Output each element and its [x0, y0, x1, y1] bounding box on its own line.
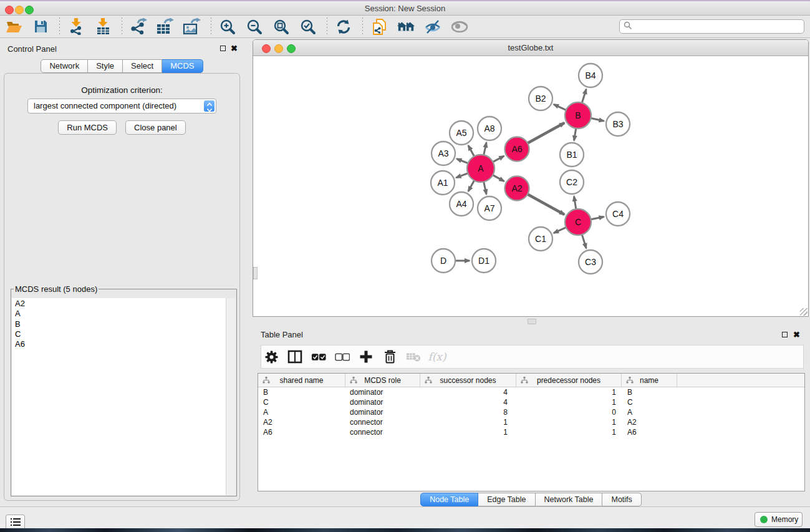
mcds-result-item[interactable]: A6 — [15, 339, 236, 349]
edge-A-A4[interactable] — [468, 180, 475, 191]
zoom-selected-icon[interactable] — [299, 17, 317, 36]
save-session-icon[interactable] — [31, 17, 50, 36]
select-all-icon[interactable] — [311, 349, 326, 365]
node-label-B2: B2 — [535, 94, 546, 104]
edge-C-C4[interactable] — [591, 217, 604, 220]
column-header-successor-nodes[interactable]: successor nodes — [420, 374, 516, 387]
network-window-titlebar[interactable]: testGlobe.txt — [253, 40, 808, 56]
run-mcds-button[interactable]: Run MCDS — [58, 120, 117, 135]
divider-handle[interactable] — [528, 319, 536, 324]
vertical-split-divider[interactable] — [244, 39, 252, 506]
task-history-button[interactable] — [6, 515, 25, 530]
refresh-icon[interactable] — [334, 17, 353, 36]
main-titlebar[interactable]: Session: New Session — [0, 1, 810, 16]
tab-network[interactable]: Network — [41, 59, 88, 73]
zoom-fit-icon[interactable] — [272, 17, 291, 36]
network-graph[interactable]: AA1A2A3A4A5A6A7A8BB1B2B3B4CC1C2C3C4DD1 — [253, 56, 808, 317]
zoom-in-icon[interactable] — [218, 17, 237, 36]
table-row[interactable]: Cdominator41C — [258, 397, 804, 407]
network-canvas[interactable]: AA1A2A3A4A5A6A7A8BB1B2B3B4CC1C2C3C4DD1 — [253, 56, 808, 316]
table-cell: 0 — [516, 407, 622, 417]
control-panel-tabs: NetworkStyleSelectMCDS — [0, 59, 244, 73]
edge-A-A8[interactable] — [483, 142, 486, 155]
edge-A6-B[interactable] — [527, 123, 564, 143]
node-label-A3: A3 — [438, 148, 448, 158]
export-table-icon[interactable] — [156, 17, 175, 36]
edge-A-A3[interactable] — [456, 159, 468, 164]
open-session-icon[interactable] — [4, 17, 23, 36]
column-header-MCDS-role[interactable]: MCDS role — [345, 374, 420, 387]
edge-A-A1[interactable] — [456, 173, 469, 177]
horizontal-split-divider[interactable] — [252, 317, 810, 324]
mcds-result-item[interactable]: C — [15, 329, 236, 339]
table-cell: B — [258, 387, 345, 397]
export-network-icon[interactable] — [129, 17, 148, 36]
edge-A-A7[interactable] — [483, 181, 486, 195]
float-panel-icon[interactable] — [220, 46, 226, 51]
table-tab-group: Node TableEdge TableNetwork TableMotifs — [420, 493, 642, 506]
column-header-predecessor-nodes[interactable]: predecessor nodes — [516, 374, 622, 387]
table-row[interactable]: A2connector11A2 — [258, 417, 804, 427]
edge-C-C1[interactable] — [554, 227, 567, 233]
edge-A-A6[interactable] — [493, 156, 504, 162]
import-network-icon[interactable] — [67, 17, 85, 36]
column-header-name[interactable]: name — [622, 374, 677, 387]
table-tab-node-table[interactable]: Node Table — [420, 493, 478, 506]
export-image-icon[interactable] — [183, 17, 201, 36]
edge-B-B3[interactable] — [591, 118, 604, 121]
table-cell: dominator — [345, 387, 420, 397]
main-toolbar — [0, 16, 810, 38]
float-panel-icon[interactable] — [782, 332, 788, 337]
tab-style[interactable]: Style — [88, 59, 123, 73]
tab-mcds[interactable]: MCDS — [162, 59, 203, 73]
mcds-scrollbar[interactable] — [226, 298, 236, 495]
edge-B-B1[interactable] — [574, 128, 576, 141]
column-header-shared-name[interactable]: shared name — [258, 374, 345, 387]
edge-A2-C[interactable] — [527, 194, 564, 215]
mcds-result-item[interactable]: A2 — [15, 299, 236, 309]
mcds-result-legend: MCDS result (5 nodes) — [14, 284, 99, 294]
mcds-result-item[interactable]: B — [15, 319, 236, 329]
node-label-B4: B4 — [585, 70, 595, 80]
deselect-all-icon[interactable] — [335, 349, 350, 365]
homes-icon[interactable] — [397, 17, 415, 36]
split-columns-icon[interactable] — [287, 349, 302, 365]
close-panel-button[interactable]: Close panel — [125, 120, 186, 135]
table-tab-motifs[interactable]: Motifs — [602, 493, 641, 506]
zoom-out-icon[interactable] — [245, 17, 264, 36]
search-field[interactable] — [619, 19, 804, 34]
gear-icon[interactable] — [264, 349, 279, 365]
table-row[interactable]: A6connector11A6 — [258, 427, 804, 437]
close-panel-icon[interactable]: ✖ — [231, 44, 238, 53]
edge-A-A5[interactable] — [468, 145, 475, 157]
add-column-icon[interactable] — [359, 349, 374, 365]
memory-button[interactable]: Memory — [755, 512, 803, 527]
tree-icon — [350, 377, 357, 385]
table-cell: A2 — [622, 417, 677, 427]
delete-column-icon[interactable] — [382, 349, 397, 365]
edge-C-C3[interactable] — [582, 234, 586, 248]
resize-corner[interactable] — [800, 308, 808, 316]
criterion-dropdown[interactable]: largest connected component (directed) — [27, 99, 216, 114]
mcds-result-item[interactable]: A — [15, 309, 236, 319]
edge-C-C2[interactable] — [574, 196, 576, 210]
memory-status-icon — [760, 516, 768, 523]
clone-network-icon[interactable] — [370, 17, 388, 36]
scrollbar-nub[interactable] — [253, 267, 258, 279]
edge-A-A2[interactable] — [492, 175, 504, 181]
table-tab-network-table[interactable]: Network Table — [536, 493, 603, 506]
close-panel-icon[interactable]: ✖ — [793, 330, 800, 339]
column-header-filler — [677, 374, 804, 387]
table-tab-edge-table[interactable]: Edge Table — [478, 493, 535, 506]
edge-B-B2[interactable] — [554, 104, 567, 110]
show-details-icon[interactable] — [450, 17, 469, 36]
mcds-result-list[interactable]: A2ABCA6 — [12, 298, 236, 495]
node-label-A7: A7 — [484, 203, 494, 213]
hide-details-icon[interactable] — [423, 17, 442, 36]
table-row[interactable]: Bdominator41B — [258, 387, 804, 397]
import-table-icon[interactable] — [94, 17, 112, 36]
search-icon — [624, 21, 632, 32]
tab-select[interactable]: Select — [123, 59, 162, 73]
edge-B-B4[interactable] — [582, 89, 586, 104]
table-row[interactable]: Adominator80A — [258, 407, 804, 417]
